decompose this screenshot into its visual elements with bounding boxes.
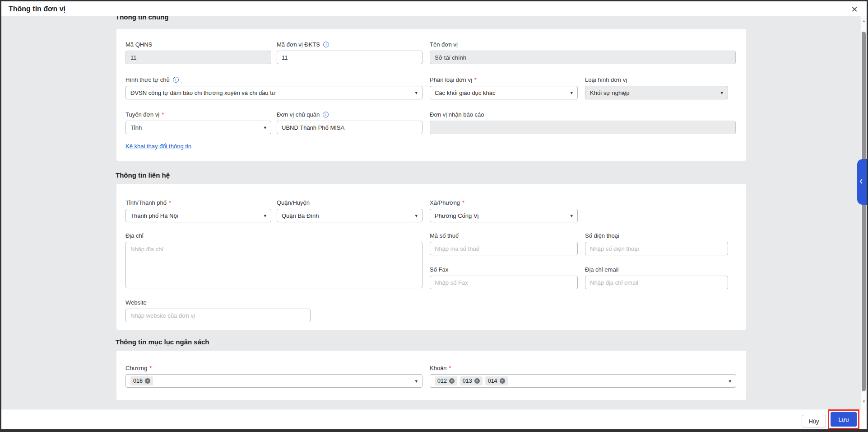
tuyen-don-vi-select[interactable]: Tỉnh▾: [125, 121, 271, 134]
section-header-budget: Thông tin mục lục ngân sách: [116, 338, 209, 346]
dia-chi-textarea[interactable]: [125, 242, 422, 288]
so-fax-input[interactable]: [430, 276, 578, 289]
field-so-fax: Số Fax: [430, 266, 578, 289]
so-dien-thoai-label: Số điện thoại: [585, 232, 728, 239]
modal-footer: Hủy: [1, 409, 867, 429]
field-website: Website: [125, 299, 311, 322]
chip: 013✕: [460, 376, 483, 385]
field-loai-hinh-don-vi: Loại hình đơn vị Khối sự nghiệp▾: [585, 76, 728, 99]
general-info-card: Mã QHNS Mã đơn vị ĐKTSi Tên đơn vị Hình …: [116, 29, 746, 161]
cancel-button[interactable]: Hủy: [802, 415, 826, 427]
select-value: Các khối giáo dục khác: [435, 89, 566, 96]
chuong-label: Chương*: [125, 364, 422, 371]
don-vi-chu-quan-input[interactable]: [277, 121, 422, 134]
select-value: Khối sự nghiệp: [590, 89, 717, 96]
chevron-down-icon: ▾: [570, 213, 573, 219]
label-text: Tên đơn vị: [430, 41, 458, 48]
khoan-multiselect[interactable]: 012✕013✕014✕▾: [430, 374, 736, 388]
field-phan-loai-don-vi: Phân loại đơn vị* Các khối giáo dục khác…: [430, 76, 578, 99]
khoan-chips: 012✕013✕014✕: [435, 376, 725, 385]
required-marker: *: [474, 76, 477, 83]
vertical-scrollbar[interactable]: ▲ ▼: [860, 16, 867, 409]
info-icon[interactable]: i: [323, 112, 329, 117]
select-value: Thành phố Hà Nội: [130, 212, 260, 219]
ma-dkts-label: Mã đơn vị ĐKTSi: [277, 41, 422, 48]
contact-info-card: Tỉnh/Thành phố* Thành phố Hà Nội▾ Quận/H…: [116, 184, 746, 330]
label-text: Chương: [125, 365, 147, 371]
phan-loai-don-vi-select[interactable]: Các khối giáo dục khác▾: [430, 86, 578, 99]
chip-remove-icon[interactable]: ✕: [500, 378, 505, 384]
label-text: Loại hình đơn vị: [585, 76, 627, 83]
chuong-multiselect[interactable]: 016✕▾: [125, 374, 422, 388]
xa-phuong-select[interactable]: Phường Cống Vị▾: [430, 209, 578, 222]
chip: 014✕: [485, 376, 508, 385]
declare-change-link[interactable]: Kê khai thay đổi thông tin: [125, 143, 191, 150]
label-text: Hình thức tự chủ: [125, 76, 170, 83]
chevron-down-icon: ▾: [415, 90, 418, 96]
hinh-thuc-tu-chu-label: Hình thức tự chủi: [125, 76, 422, 83]
website-input[interactable]: [125, 309, 311, 322]
chevron-down-icon: ▾: [264, 125, 266, 131]
label-text: Đơn vị chủ quản: [277, 111, 320, 118]
field-dia-chi-email: Địa chỉ email: [585, 266, 728, 289]
don-vi-nhan-bao-cao-label: Đơn vị nhận báo cáo: [430, 111, 736, 118]
info-icon[interactable]: i: [173, 77, 179, 83]
field-xa-phuong: Xã/Phường* Phường Cống Vị▾: [430, 199, 578, 222]
don-vi-nhan-bao-cao-input: [430, 121, 736, 134]
required-marker: *: [149, 365, 152, 371]
label-text: Phân loại đơn vị: [430, 76, 472, 83]
dia-chi-email-input[interactable]: [585, 276, 728, 289]
scroll-down-icon[interactable]: ▼: [861, 399, 867, 404]
ma-qhns-label: Mã QHNS: [125, 41, 271, 48]
field-khoan: Khoản* 012✕013✕014✕▾: [430, 364, 736, 388]
chip: 016✕: [130, 376, 153, 385]
field-tinh-thanh-pho: Tỉnh/Thành phố* Thành phố Hà Nội▾: [125, 199, 271, 222]
ma-dkts-input[interactable]: [277, 51, 422, 64]
select-value: Phường Cống Vị: [435, 212, 566, 219]
chip-remove-icon[interactable]: ✕: [145, 378, 150, 384]
tinh-thanh-pho-select[interactable]: Thành phố Hà Nội▾: [125, 209, 271, 222]
field-hinh-thuc-tu-chu: Hình thức tự chủi ĐVSN công tự đảm bảo c…: [125, 76, 422, 99]
required-marker: *: [449, 365, 451, 371]
ma-so-thue-input[interactable]: [430, 242, 578, 255]
hinh-thuc-tu-chu-select[interactable]: ĐVSN công tự đảm bảo chi thường xuyên và…: [125, 86, 422, 99]
field-ma-so-thue: Mã số thuế: [430, 232, 578, 255]
label-text: Khoản: [430, 365, 447, 371]
quan-huyen-select[interactable]: Quận Ba Đình▾: [277, 209, 422, 222]
field-quan-huyen: Quận/Huyện Quận Ba Đình▾: [277, 199, 422, 222]
side-panel-toggle[interactable]: ❮: [857, 159, 868, 205]
so-fax-label: Số Fax: [430, 266, 578, 273]
label-text: Mã QHNS: [125, 41, 152, 48]
modal-body: Thông tin chung Mã QHNS Mã đơn vị ĐKTSi …: [1, 16, 860, 409]
label-text: Website: [125, 299, 147, 306]
label-text: Địa chỉ: [125, 232, 144, 239]
phan-loai-don-vi-label: Phân loại đơn vị*: [430, 76, 578, 83]
chevron-down-icon: ▾: [415, 378, 418, 384]
label-text: Số điện thoại: [585, 232, 619, 239]
field-ma-dkts: Mã đơn vị ĐKTSi: [277, 41, 422, 64]
scroll-up-icon[interactable]: ▲: [861, 19, 867, 23]
label-text: Xã/Phường: [430, 199, 460, 206]
loai-hinh-don-vi-select: Khối sự nghiệp▾: [585, 86, 728, 99]
ma-so-thue-label: Mã số thuế: [430, 232, 578, 239]
select-value: ĐVSN công tự đảm bảo chi thường xuyên và…: [130, 89, 411, 96]
chip-remove-icon[interactable]: ✕: [474, 378, 480, 384]
ten-don-vi-input: [430, 51, 736, 64]
save-button[interactable]: Lưu: [831, 412, 857, 427]
label-text: Tuyến đơn vị: [125, 111, 159, 118]
modal-title-bar: Thông tin đơn vị ✕: [1, 1, 867, 16]
chip-remove-icon[interactable]: ✕: [449, 378, 455, 384]
select-value: Tỉnh: [130, 124, 260, 131]
loai-hinh-don-vi-label: Loại hình đơn vị: [585, 76, 728, 83]
field-chuong: Chương* 016✕▾: [125, 364, 422, 388]
close-icon[interactable]: ✕: [849, 4, 860, 15]
so-dien-thoai-input[interactable]: [585, 242, 728, 255]
chip-label: 012: [437, 378, 447, 384]
chip-label: 014: [488, 378, 497, 384]
info-icon[interactable]: i: [323, 42, 329, 47]
label-text: Địa chỉ email: [585, 266, 618, 273]
scrollbar-thumb[interactable]: [862, 32, 866, 391]
dia-chi-label: Địa chỉ: [125, 232, 422, 239]
select-value: Quận Ba Đình: [282, 212, 411, 219]
tuyen-don-vi-label: Tuyến đơn vị*: [125, 111, 271, 118]
